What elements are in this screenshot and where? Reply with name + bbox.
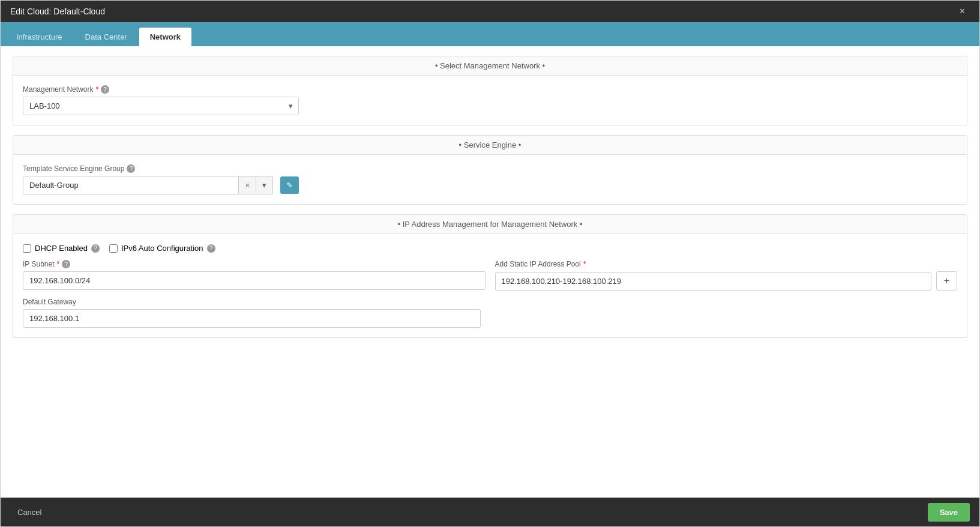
dhcp-help-icon[interactable]: ? xyxy=(91,244,100,253)
management-network-section: • Select Management Network • Management… xyxy=(13,56,967,125)
dhcp-label: DHCP Enabled xyxy=(35,244,88,253)
template-seg-edit-icon: ✎ xyxy=(286,181,293,190)
ip-subnet-input[interactable] xyxy=(23,271,485,290)
management-network-select-wrapper: ▾ xyxy=(23,97,299,115)
ip-pool-field: Add Static IP Address Pool * + xyxy=(495,260,958,291)
ip-management-body: DHCP Enabled ? IPv6 Auto Configuration ?… xyxy=(13,234,967,337)
default-gateway-field: Default Gateway xyxy=(23,298,481,328)
modal-titlebar: Edit Cloud: Default-Cloud × xyxy=(1,1,979,22)
tab-network[interactable]: Network xyxy=(139,28,191,46)
service-engine-header: • Service Engine • xyxy=(13,136,967,155)
management-network-label: Management Network * ? xyxy=(23,85,957,94)
checkbox-row: DHCP Enabled ? IPv6 Auto Configuration ? xyxy=(23,244,957,253)
ipv6-checkbox-item[interactable]: IPv6 Auto Configuration ? xyxy=(109,244,215,253)
ip-pool-add-button[interactable]: + xyxy=(936,271,957,291)
ip-pool-required: * xyxy=(583,260,586,268)
template-seg-clear-btn[interactable]: × xyxy=(238,176,256,194)
tab-infrastructure[interactable]: Infrastructure xyxy=(5,28,73,46)
template-seg-chevron-btn[interactable]: ▾ xyxy=(256,176,272,194)
template-seg-help-icon[interactable]: ? xyxy=(127,164,135,173)
ip-subnet-required: * xyxy=(57,260,60,268)
template-seg-input[interactable] xyxy=(23,176,238,194)
dhcp-checkbox-item[interactable]: DHCP Enabled ? xyxy=(23,244,100,253)
ipv6-help-icon[interactable]: ? xyxy=(207,244,215,253)
service-engine-body: Template Service Engine Group ? × ▾ ✎ xyxy=(13,155,967,204)
ip-subnet-help-icon[interactable]: ? xyxy=(62,260,70,268)
template-seg-input-group: × ▾ xyxy=(23,176,273,194)
ip-management-section: • IP Address Management for Management N… xyxy=(13,214,967,338)
ipv6-checkbox[interactable] xyxy=(109,244,118,253)
management-network-help-icon[interactable]: ? xyxy=(101,85,109,94)
close-button[interactable]: × xyxy=(955,4,970,19)
management-network-header: • Select Management Network • xyxy=(13,56,967,76)
ip-subnet-field: IP Subnet * ? xyxy=(23,260,485,291)
template-seg-label: Template Service Engine Group ? xyxy=(23,164,957,173)
modal-footer: Cancel Save xyxy=(1,498,979,526)
modal-body: • Select Management Network • Management… xyxy=(1,46,979,498)
ip-subnet-label: IP Subnet * ? xyxy=(23,260,485,268)
management-network-input[interactable] xyxy=(23,97,299,115)
save-button[interactable]: Save xyxy=(928,503,970,522)
tab-bar: Infrastructure Data Center Network xyxy=(1,22,979,46)
ip-management-header: • IP Address Management for Management N… xyxy=(13,215,967,234)
template-seg-edit-btn[interactable]: ✎ xyxy=(280,176,299,194)
ip-pool-two-col: IP Subnet * ? Add Static IP Address Pool… xyxy=(23,260,957,291)
management-network-body: Management Network * ? ▾ xyxy=(13,76,967,125)
service-engine-section: • Service Engine • Template Service Engi… xyxy=(13,135,967,205)
ip-pool-row: + xyxy=(495,271,958,291)
management-network-required: * xyxy=(95,85,98,94)
ipv6-label: IPv6 Auto Configuration xyxy=(121,244,203,253)
tab-datacenter[interactable]: Data Center xyxy=(74,28,138,46)
modal-container: Edit Cloud: Default-Cloud × Infrastructu… xyxy=(0,0,980,527)
default-gateway-input[interactable] xyxy=(23,309,481,328)
ip-pool-label: Add Static IP Address Pool * xyxy=(495,260,958,268)
modal-title: Edit Cloud: Default-Cloud xyxy=(10,7,105,16)
default-gateway-label: Default Gateway xyxy=(23,298,481,306)
cancel-button[interactable]: Cancel xyxy=(10,503,49,522)
dhcp-checkbox[interactable] xyxy=(23,244,31,253)
ip-pool-input[interactable] xyxy=(495,272,931,291)
